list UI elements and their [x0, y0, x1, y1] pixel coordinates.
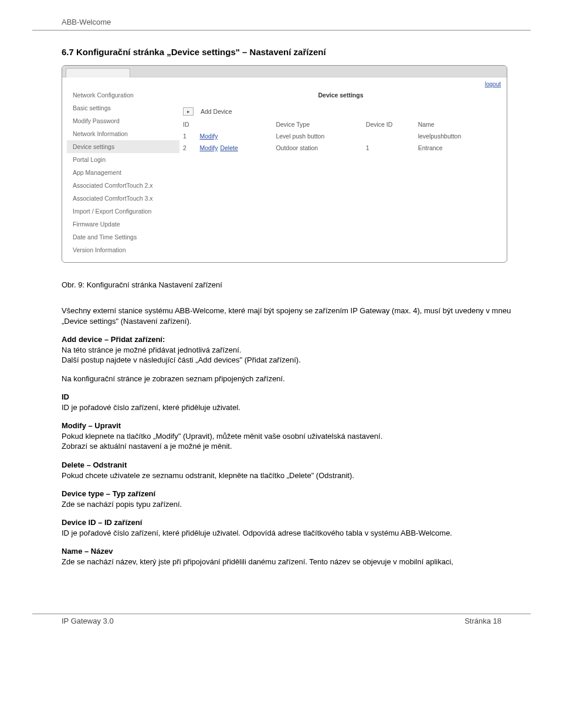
- add-device-heading: Add device – Přidat zařízení:: [62, 335, 165, 344]
- sidebar-item[interactable]: Modify Password: [67, 114, 179, 127]
- sidebar-item[interactable]: Date and Time Settings: [67, 231, 179, 243]
- modify-block: Modify – Upravit Pokud klepnete na tlačí…: [62, 421, 513, 452]
- cell-type: Level push button: [276, 130, 365, 142]
- page-footer: IP Gateway 3.0 Stránka 18: [32, 617, 531, 637]
- table-header: ID: [183, 118, 199, 130]
- add-device-label: Add Device: [201, 108, 232, 115]
- footer-rule: [32, 614, 531, 614]
- devtype-text: Zde se nachází popis typu zařízení.: [62, 500, 182, 509]
- sidebar-item[interactable]: Associated ComfortTouch 3.x: [67, 192, 179, 205]
- cell-actions: Modify: [199, 130, 276, 142]
- add-device-text2: Další postup najdete v následující části…: [62, 355, 301, 364]
- embedded-screenshot: logout Network ConfigurationBasic settin…: [62, 65, 507, 263]
- sidebar-item[interactable]: Firmware Update: [67, 218, 179, 231]
- devid-text: ID je pořadové číslo zařízení, které při…: [62, 529, 452, 537]
- cell-id: 2: [183, 142, 199, 154]
- figure-caption: Obr. 9: Konfigurační stránka Nastavení z…: [62, 280, 531, 289]
- table-header: Name: [418, 118, 498, 130]
- devtype-heading: Device type – Typ zařízení: [62, 489, 155, 498]
- list-note: Na konfigurační stránce je zobrazen sezn…: [62, 374, 513, 384]
- browser-tabbar: [62, 66, 507, 77]
- chevron-right-icon[interactable]: ▸: [183, 107, 194, 116]
- sidebar-item[interactable]: Version Information: [67, 243, 179, 256]
- name-block: Name – Název Zde se nachází název, který…: [62, 546, 513, 567]
- sidebar-item[interactable]: App Management: [67, 166, 179, 179]
- table-header: Device Type: [276, 118, 365, 130]
- device-table: IDDevice TypeDevice IDName 1ModifyLevel …: [183, 118, 498, 154]
- devtype-block: Device type – Typ zařízení Zde se nacház…: [62, 489, 513, 509]
- delete-text: Pokud chcete uživatele ze seznamu odstra…: [62, 471, 354, 480]
- cell-id: 1: [183, 130, 199, 142]
- cell-name: levelpushbutton: [418, 130, 498, 142]
- table-row: 1ModifyLevel push buttonlevelpushbutton: [183, 130, 498, 142]
- cell-name: Entrance: [418, 142, 498, 154]
- modify-text1: Pokud klepnete na tlačítko „Modify" (Upr…: [62, 432, 382, 441]
- modify-link[interactable]: Modify: [199, 133, 218, 140]
- panel-title: Device settings: [183, 89, 498, 106]
- modify-text2: Zobrazí se aktuální nastavení a je možné…: [62, 442, 232, 451]
- id-block: ID ID je pořadové číslo zařízení, které …: [62, 392, 513, 412]
- section-heading: 6.7 Konfigurační stránka „Device setting…: [62, 47, 531, 57]
- footer-left: IP Gateway 3.0: [62, 617, 114, 625]
- modify-heading: Modify – Upravit: [62, 421, 121, 430]
- delete-heading: Delete – Odstranit: [62, 460, 127, 469]
- modify-link[interactable]: Modify: [199, 144, 218, 151]
- main-panel: Device settings ▸ Add Device IDDevice Ty…: [179, 89, 502, 256]
- cell-devid: [366, 130, 418, 142]
- sidebar-item[interactable]: Network Configuration: [67, 89, 179, 101]
- devid-block: Device ID – ID zařízení ID je pořadové č…: [62, 517, 513, 538]
- devid-heading: Device ID – ID zařízení: [62, 518, 142, 527]
- browser-tab[interactable]: [66, 68, 130, 77]
- sidebar-item[interactable]: Network Information: [67, 127, 179, 140]
- sidebar-item[interactable]: Device settings: [67, 140, 179, 153]
- cell-type: Outdoor station: [276, 142, 365, 154]
- sidebar-item[interactable]: Portal Login: [67, 153, 179, 166]
- header-rule: [32, 30, 531, 31]
- sidebar-item[interactable]: Associated ComfortTouch 2.x: [67, 179, 179, 192]
- name-heading: Name – Název: [62, 547, 113, 556]
- sidebar-item[interactable]: Import / Export Configuration: [67, 205, 179, 218]
- id-text: ID je pořadové číslo zařízení, které při…: [62, 403, 240, 412]
- delete-block: Delete – Odstranit Pokud chcete uživatel…: [62, 460, 513, 480]
- table-row: 2ModifyDeleteOutdoor station1Entrance: [183, 142, 498, 154]
- id-heading: ID: [62, 392, 69, 401]
- add-device-block: Add device – Přidat zařízení: Na této st…: [62, 334, 513, 365]
- add-device-text1: Na této stránce je možné přidávat jednot…: [62, 346, 241, 354]
- table-header: [199, 118, 276, 130]
- table-header: Device ID: [366, 118, 418, 130]
- name-text: Zde se nachází název, který jste při při…: [62, 557, 453, 566]
- sidebar: Network ConfigurationBasic settingsModif…: [67, 89, 179, 256]
- sidebar-item[interactable]: Basic settings: [67, 101, 179, 114]
- add-device-row[interactable]: ▸ Add Device: [183, 106, 498, 117]
- intro-paragraph: Všechny externí stanice systému ABB-Welc…: [62, 306, 513, 326]
- cell-actions: ModifyDelete: [199, 142, 276, 154]
- header-title: ABB-Welcome: [62, 18, 531, 26]
- cell-devid: 1: [366, 142, 418, 154]
- footer-right: Stránka 18: [464, 617, 501, 625]
- logout-link[interactable]: logout: [485, 81, 501, 87]
- delete-link[interactable]: Delete: [220, 144, 238, 151]
